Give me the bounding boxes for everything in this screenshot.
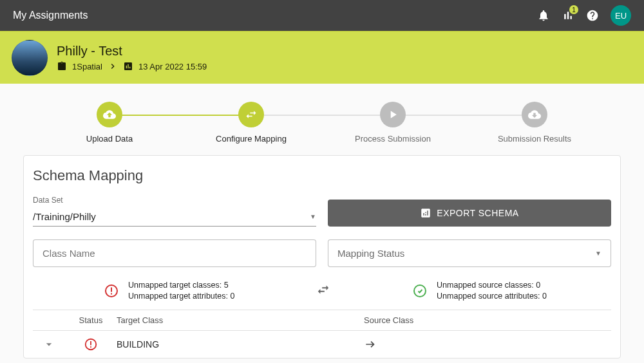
mapping-summary: Unmapped target classes: 5 Unmapped targ…	[33, 280, 611, 302]
cloud-download-icon	[528, 108, 541, 121]
card-heading: Schema Mapping	[33, 167, 611, 184]
step-upload-data[interactable]: Upload Data	[39, 102, 180, 144]
check-circle-icon	[412, 283, 428, 299]
swap-arrows-icon	[316, 283, 330, 299]
svg-rect-1	[111, 287, 112, 292]
row-target: BUILDING	[117, 339, 364, 349]
class-name-input[interactable]	[33, 239, 316, 267]
assignment-avatar	[12, 40, 48, 76]
table-header: Status Target Class Source Class	[33, 310, 611, 331]
swap-icon	[245, 108, 258, 121]
mapping-status-select[interactable]: Mapping Status ▼	[328, 239, 611, 267]
export-icon	[420, 207, 431, 219]
chevron-down-icon: ▼	[310, 213, 316, 220]
expand-toggle[interactable]	[33, 338, 65, 351]
schema-mapping-card: Schema Mapping Data Set /Training/Philly…	[23, 155, 621, 358]
chart-badge: 1	[569, 5, 578, 14]
assignment-org: 1Spatial	[72, 62, 102, 71]
svg-point-3	[414, 285, 426, 297]
step-process-submission[interactable]: Process Submission	[322, 102, 464, 144]
stepper: Upload Data Configure Mapping Process Su…	[0, 84, 644, 155]
assignment-header: Philly - Test 1Spatial 13 Apr 2022 15:59	[0, 31, 644, 84]
col-status: Status	[65, 315, 117, 325]
assignment-title: Philly - Test	[57, 44, 207, 59]
data-set-select[interactable]: /Training/Philly ▼	[33, 207, 316, 227]
svg-rect-5	[90, 341, 91, 345]
toolbar-actions: 1 EU	[537, 5, 631, 26]
data-set-label: Data Set	[33, 196, 316, 205]
export-schema-button[interactable]: EXPORT SCHEMA	[328, 200, 611, 227]
help-icon[interactable]	[586, 9, 599, 22]
top-toolbar: My Assignments 1 EU	[0, 0, 644, 31]
user-avatar[interactable]: EU	[611, 5, 631, 26]
col-target: Target Class	[117, 315, 364, 325]
chart-small-icon	[123, 61, 133, 71]
col-source: Source Class	[364, 315, 611, 325]
cloud-upload-icon	[103, 108, 116, 121]
play-icon	[386, 108, 399, 121]
clipboard-icon	[57, 61, 67, 71]
assignment-timestamp: 13 Apr 2022 15:59	[138, 62, 207, 71]
page-title: My Assignments	[13, 10, 537, 21]
table-row[interactable]: BUILDING	[33, 331, 611, 358]
assignment-meta: 1Spatial 13 Apr 2022 15:59	[57, 61, 207, 71]
chevron-right-icon	[108, 61, 118, 71]
step-submission-results[interactable]: Submission Results	[464, 102, 605, 144]
error-icon	[84, 337, 98, 351]
chevron-down-icon	[43, 338, 55, 351]
svg-rect-6	[90, 346, 91, 348]
svg-rect-2	[111, 293, 112, 294]
chart-icon[interactable]: 1	[562, 9, 574, 22]
chevron-down-icon: ▼	[595, 250, 601, 257]
bell-icon[interactable]	[537, 9, 550, 22]
error-icon	[104, 283, 119, 299]
step-configure-mapping[interactable]: Configure Mapping	[180, 102, 322, 144]
arrow-right-icon	[364, 338, 377, 351]
